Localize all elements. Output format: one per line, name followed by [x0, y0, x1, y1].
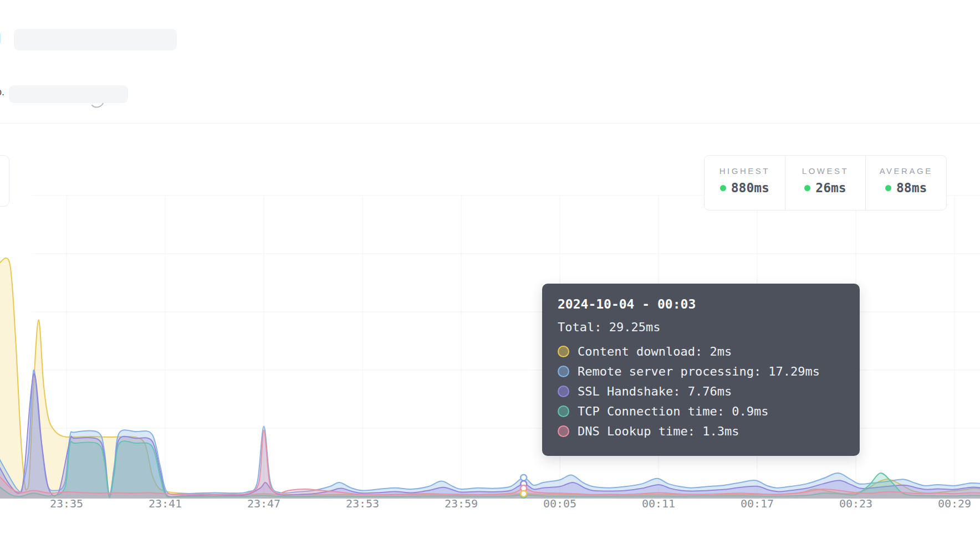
stat-highest: HIGHEST 880ms: [705, 156, 785, 210]
x-tick-label: 00:29: [938, 497, 971, 510]
stat-lowest: LOWEST 26ms: [785, 156, 866, 210]
x-tick-label: 23:47: [247, 497, 280, 510]
stat-lowest-value: 26ms: [815, 181, 846, 195]
x-tick-label: 23:53: [346, 497, 379, 510]
response-stats-panel: HIGHEST 880ms LOWEST 26ms AVERAGE 88ms: [704, 155, 947, 210]
tcp-connection-legend-dot-icon: [558, 405, 569, 417]
x-tick-label: 00:23: [839, 497, 872, 510]
x-tick-label: 23:41: [149, 497, 182, 510]
redacted-title-bar: [14, 29, 177, 50]
tooltip-date-time: 2024-10-04 - 00:03: [558, 296, 844, 312]
hover-marker-1: [520, 475, 527, 481]
tooltip-row-label: SSL Handshake: 7.76ms: [578, 384, 732, 398]
remote-processing-legend-dot-icon: [558, 366, 569, 377]
tooltip-row-label: Content download: 2ms: [578, 345, 732, 358]
content-download-legend-dot-icon: [558, 346, 569, 357]
status-dot-icon: [720, 185, 726, 191]
stat-highest-value: 880ms: [731, 181, 769, 195]
stat-average: AVERAGE 88ms: [865, 156, 946, 210]
x-tick-label: 00:17: [741, 497, 774, 510]
page-title-fragment: n: [0, 22, 1, 48]
tooltip-row-ssl-handshake: SSL Handshake: 7.76ms: [558, 381, 844, 401]
stat-average-label: AVERAGE: [880, 166, 933, 176]
ssl-handshake-legend-dot-icon: [558, 386, 569, 397]
chart-tooltip: 2024-10-04 - 00:03 Total: 29.25ms Conten…: [542, 284, 860, 456]
tooltip-row-content-download: Content download: 2ms: [558, 341, 844, 361]
tooltip-row-remote-processing: Remote server processing: 17.29ms: [558, 361, 844, 381]
hover-marker-0: [520, 491, 527, 497]
stat-average-value: 88ms: [896, 181, 927, 195]
status-dot-icon: [885, 185, 891, 191]
status-dot-icon: [804, 185, 810, 191]
redacted-subtitle-bar: [9, 85, 128, 103]
tooltip-row-tcp-connection: TCP Connection time: 0.9ms: [558, 401, 844, 421]
header-divider: [0, 123, 980, 124]
tooltip-row-label: DNS Lookup time: 1.3ms: [578, 424, 739, 438]
x-tick-label: 23:59: [445, 497, 478, 510]
edge-cropped-control[interactable]: [0, 155, 9, 207]
tooltip-row-label: TCP Connection time: 0.9ms: [578, 404, 768, 418]
stat-highest-label: HIGHEST: [719, 166, 770, 176]
dns-lookup-legend-dot-icon: [558, 425, 569, 437]
x-tick-label: 00:11: [642, 497, 675, 510]
tooltip-row-label: Remote server processing: 17.29ms: [578, 364, 820, 378]
x-tick-label: 23:35: [50, 497, 83, 510]
tooltip-total: Total: 29.25ms: [558, 319, 844, 336]
stat-lowest-label: LOWEST: [802, 166, 849, 176]
x-tick-label: 00:05: [543, 497, 576, 510]
tooltip-row-dns-lookup: DNS Lookup time: 1.3ms: [558, 421, 844, 441]
